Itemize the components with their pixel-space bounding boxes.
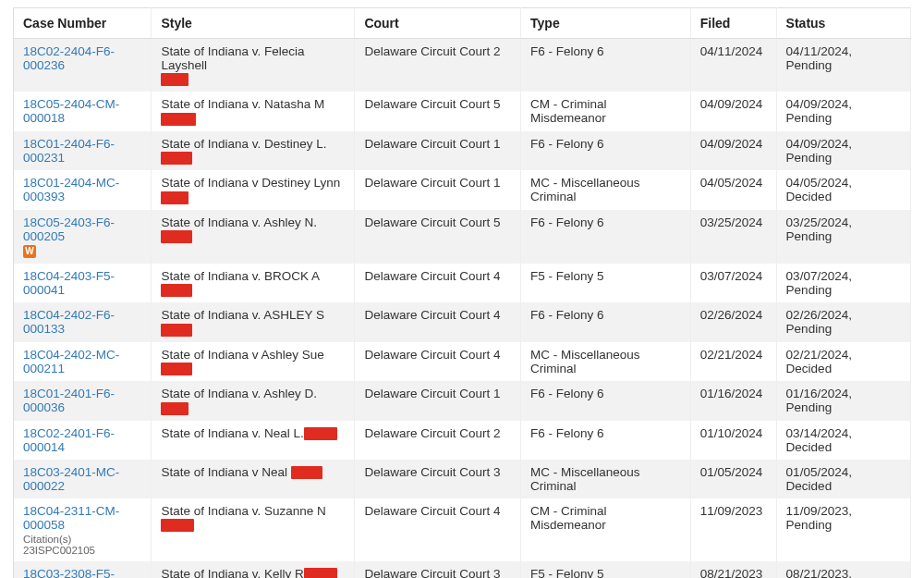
case-style-text: State of Indiana v. ASHLEY S <box>161 308 324 322</box>
redaction-icon <box>304 568 337 578</box>
cell-type: CM - Criminal Misdemeanor <box>521 498 691 561</box>
cell-type: MC - Miscellaneous Criminal <box>521 170 691 209</box>
redaction-icon <box>161 191 188 204</box>
cell-status: 11/09/2023, Pending <box>776 498 910 561</box>
cell-case-number: 18C02-2401-F6-000014 <box>14 421 152 460</box>
case-results-table: Case Number Style Court Type Filed Statu… <box>13 7 911 578</box>
case-style-text: State of Indiana v Destiney Lynn <box>161 176 340 190</box>
case-style-text: State of Indiana v. Suzanne N <box>161 504 325 518</box>
cell-type: F6 - Felony 6 <box>521 421 691 460</box>
cell-type: F6 - Felony 6 <box>521 131 691 170</box>
redaction-icon <box>161 152 192 165</box>
cell-style: State of Indiana v Neal <box>152 460 355 498</box>
cell-case-number: 18C04-2402-MC-000211 <box>14 342 152 381</box>
case-number-link[interactable]: 18C04-2403-F5-000041 <box>23 269 115 297</box>
cell-case-number: 18C01-2404-F6-000231 <box>14 131 152 170</box>
table-row: 18C04-2311-CM-000058Citation(s) 23ISPC00… <box>14 498 911 561</box>
cell-type: CM - Criminal Misdemeanor <box>521 92 691 130</box>
case-style-text: State of Indiana v. Ashley D. <box>161 387 317 400</box>
table-row: 18C01-2401-F6-000036State of Indiana v. … <box>14 381 911 420</box>
redaction-icon <box>161 284 192 297</box>
cell-style: State of Indiana v. BROCK A <box>152 264 355 302</box>
case-number-link[interactable]: 18C04-2311-CM-000058 <box>23 504 119 532</box>
cell-filed: 03/25/2024 <box>690 210 776 264</box>
cell-case-number: 18C04-2311-CM-000058Citation(s) 23ISPC00… <box>14 498 152 561</box>
case-number-link[interactable]: 18C03-2401-MC-000022 <box>23 465 119 493</box>
header-case-number: Case Number <box>14 8 152 39</box>
cell-case-number: 18C01-2404-MC-000393 <box>14 170 152 209</box>
cell-filed: 03/07/2024 <box>690 264 776 302</box>
case-style-text: State of Indiana v. Natasha M <box>161 97 324 111</box>
case-number-link[interactable]: 18C03-2308-F5-000144 <box>23 567 115 579</box>
cell-filed: 02/26/2024 <box>690 302 776 341</box>
cell-filed: 02/21/2024 <box>690 342 776 381</box>
cell-type: F5 - Felony 5 <box>521 561 691 579</box>
table-row: 18C01-2404-F6-000231State of Indiana v. … <box>14 131 911 170</box>
case-number-link[interactable]: 18C05-2403-F6-000205 <box>23 215 115 243</box>
cell-court: Delaware Circuit Court 4 <box>355 302 521 341</box>
table-row: 18C05-2403-F6-000205WState of Indiana v.… <box>14 210 911 264</box>
cell-status: 03/25/2024, Pending <box>776 210 910 264</box>
header-filed: Filed <box>690 8 776 39</box>
table-row: 18C03-2401-MC-000022State of Indiana v N… <box>14 460 911 498</box>
cell-filed: 11/09/2023 <box>690 498 776 561</box>
cell-style: State of Indiana v. Natasha M <box>152 92 355 130</box>
cell-style: State of Indiana v. Neal L. <box>152 421 355 460</box>
redaction-icon <box>304 427 337 440</box>
redaction-icon <box>161 324 192 337</box>
table-header-row: Case Number Style Court Type Filed Statu… <box>14 8 911 39</box>
redaction-icon <box>161 113 196 126</box>
case-style-text: State of Indiana v. Kelly R <box>161 567 303 579</box>
cell-court: Delaware Circuit Court 1 <box>355 131 521 170</box>
cell-status: 01/16/2024, Pending <box>776 381 910 420</box>
case-number-link[interactable]: 18C04-2402-F6-000133 <box>23 308 115 336</box>
cell-type: F6 - Felony 6 <box>521 39 691 92</box>
redaction-icon <box>161 519 194 532</box>
cell-case-number: 18C02-2404-F6-000236 <box>14 39 152 92</box>
cell-type: F5 - Felony 5 <box>521 264 691 302</box>
cell-type: F6 - Felony 6 <box>521 381 691 420</box>
cell-filed: 04/09/2024 <box>690 92 776 130</box>
case-style-text: State of Indiana v. BROCK A <box>161 269 319 283</box>
case-number-link[interactable]: 18C05-2404-CM-000018 <box>23 97 119 125</box>
cell-style: State of Indiana v. Ashley D. <box>152 381 355 420</box>
cell-court: Delaware Circuit Court 3 <box>355 460 521 498</box>
table-row: 18C04-2402-F6-000133State of Indiana v. … <box>14 302 911 341</box>
redaction-icon <box>291 466 322 479</box>
cell-style: State of Indiana v. Suzanne N <box>152 498 355 561</box>
case-number-link[interactable]: 18C01-2404-F6-000231 <box>23 137 115 165</box>
table-row: 18C02-2401-F6-000014State of Indiana v. … <box>14 421 911 460</box>
case-number-link[interactable]: 18C02-2401-F6-000014 <box>23 426 115 454</box>
cell-style: State of Indiana v. Felecia Layshell <box>152 39 355 92</box>
cell-status: 08/21/2023, Pending <box>776 561 910 579</box>
cell-court: Delaware Circuit Court 3 <box>355 561 521 579</box>
cell-case-number: 18C05-2404-CM-000018 <box>14 92 152 130</box>
cell-filed: 04/11/2024 <box>690 39 776 92</box>
cell-case-number: 18C03-2401-MC-000022 <box>14 460 152 498</box>
cell-type: MC - Miscellaneous Criminal <box>521 460 691 498</box>
cell-filed: 01/05/2024 <box>690 460 776 498</box>
header-style: Style <box>152 8 355 39</box>
cell-style: State of Indiana v. Destiney L. <box>152 131 355 170</box>
cell-status: 04/11/2024, Pending <box>776 39 910 92</box>
cell-status: 04/05/2024, Decided <box>776 170 910 209</box>
case-number-link[interactable]: 18C01-2404-MC-000393 <box>23 176 119 203</box>
cell-status: 03/07/2024, Pending <box>776 264 910 302</box>
cell-status: 01/05/2024, Decided <box>776 460 910 498</box>
redaction-icon <box>161 402 188 415</box>
cell-court: Delaware Circuit Court 4 <box>355 498 521 561</box>
cell-status: 03/14/2024, Decided <box>776 421 910 460</box>
cell-type: F6 - Felony 6 <box>521 210 691 264</box>
cell-case-number: 18C05-2403-F6-000205W <box>14 210 152 264</box>
case-number-link[interactable]: 18C02-2404-F6-000236 <box>23 44 115 72</box>
citation-text: Citation(s) 23ISPC002105 <box>23 534 141 556</box>
cell-type: MC - Miscellaneous Criminal <box>521 342 691 381</box>
case-number-link[interactable]: 18C04-2402-MC-000211 <box>23 348 119 375</box>
cell-court: Delaware Circuit Court 5 <box>355 92 521 130</box>
table-row: 18C03-2308-F5-000144State of Indiana v. … <box>14 561 911 579</box>
case-number-link[interactable]: 18C01-2401-F6-000036 <box>23 387 115 414</box>
redaction-icon <box>161 363 192 375</box>
case-style-text: State of Indiana v. Destiney L. <box>161 137 326 151</box>
cell-filed: 04/09/2024 <box>690 131 776 170</box>
cell-style: State of Indiana v Ashley Sue <box>152 342 355 381</box>
